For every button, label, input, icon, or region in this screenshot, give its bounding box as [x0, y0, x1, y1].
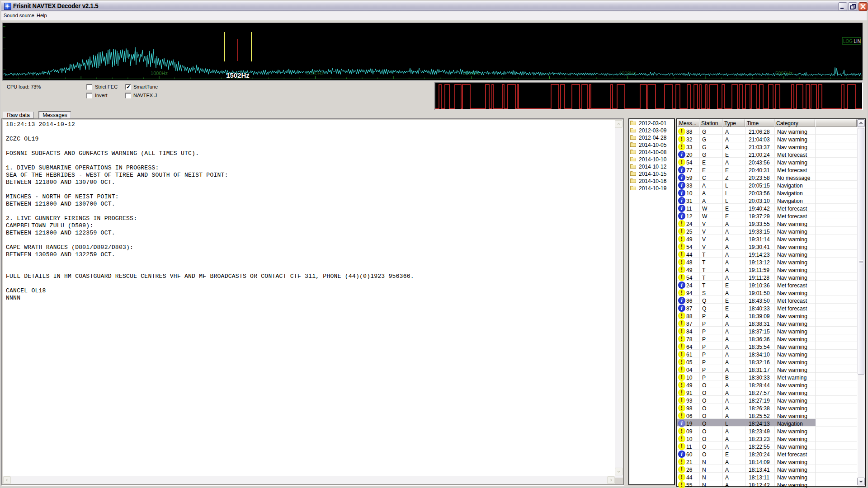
- svg-text:LIN: LIN: [854, 39, 861, 44]
- svg-text:1000Hz: 1000Hz: [151, 70, 168, 76]
- svg-text:1502Hz: 1502Hz: [226, 71, 250, 79]
- svg-text:LOG: LOG: [843, 39, 853, 44]
